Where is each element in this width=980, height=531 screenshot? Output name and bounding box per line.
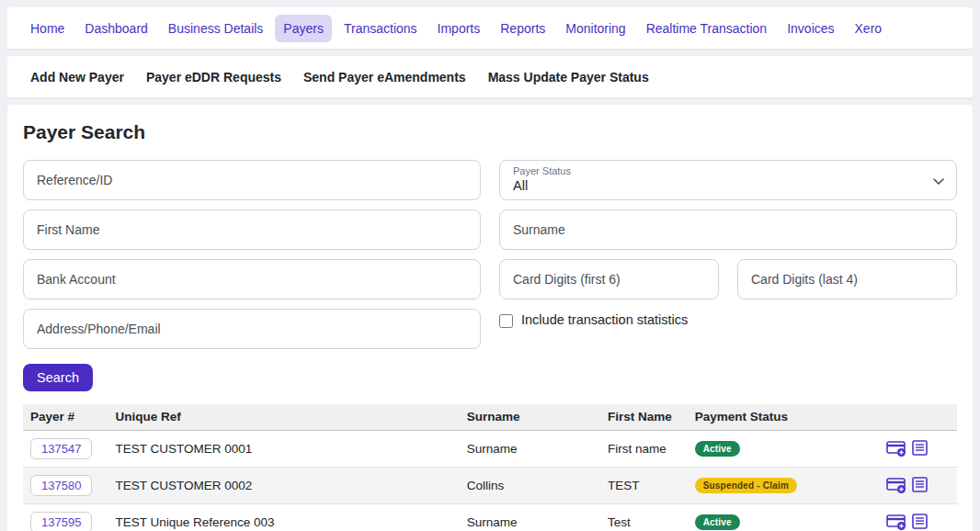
nav-item-monitoring[interactable]: Monitoring <box>557 15 633 42</box>
reference-id-input[interactable] <box>23 160 481 200</box>
payer-actions-navigation: Add New Payer Payer eDDR Requests Send P… <box>7 56 973 97</box>
unique-ref-cell: TEST Unique Reference 003 <box>108 503 459 531</box>
card-digits-group <box>499 259 957 299</box>
table-header-row: Payer # Unique Ref Surname First Name Pa… <box>23 404 957 430</box>
include-statistics-option[interactable]: Include transaction statistics <box>499 309 957 349</box>
payer-search-card: Payer Search Payer Status All Include tr… <box>7 105 973 531</box>
credit-card-add-icon[interactable] <box>886 476 906 494</box>
surname-input[interactable] <box>499 209 957 250</box>
column-header-unique-ref: Unique Ref <box>108 404 459 430</box>
details-list-icon[interactable] <box>911 513 929 531</box>
action-send-payer-eamendments[interactable]: Send Payer eAmendments <box>295 63 474 91</box>
action-mass-update-payer-status[interactable]: Mass Update Payer Status <box>480 63 657 91</box>
nav-item-xero[interactable]: Xero <box>847 15 891 42</box>
nav-item-home[interactable]: Home <box>22 15 73 42</box>
nav-item-transactions[interactable]: Transactions <box>336 15 426 42</box>
status-badge: Suspended - Claim <box>695 478 797 493</box>
surname-cell: Surname <box>460 430 600 467</box>
payer-number-button[interactable]: 137580 <box>30 475 92 496</box>
nav-item-imports[interactable]: Imports <box>429 15 489 42</box>
payer-status-value: All <box>513 178 528 193</box>
column-header-actions <box>879 404 957 430</box>
details-list-icon[interactable] <box>911 476 929 494</box>
nav-item-reports[interactable]: Reports <box>492 15 553 42</box>
first-name-input[interactable] <box>23 209 481 250</box>
first-name-cell: TEST <box>600 467 688 503</box>
bank-account-input[interactable] <box>23 259 481 299</box>
column-header-surname: Surname <box>460 404 600 430</box>
page-title: Payer Search <box>23 121 957 143</box>
action-payer-eddr-requests[interactable]: Payer eDDR Requests <box>138 63 290 91</box>
column-header-payment-status: Payment Status <box>688 404 879 430</box>
nav-item-dashboard[interactable]: Dashboard <box>76 15 156 42</box>
credit-card-add-icon[interactable] <box>886 439 906 458</box>
action-add-new-payer[interactable]: Add New Payer <box>22 63 132 91</box>
column-header-first-name: First Name <box>600 404 688 430</box>
payer-search-form: Payer Status All Include transaction sta… <box>23 160 957 349</box>
status-badge: Active <box>695 441 740 457</box>
status-badge: Active <box>695 514 740 530</box>
first-name-cell: Test <box>600 503 688 531</box>
include-statistics-label: Include transaction statistics <box>521 312 688 327</box>
payer-number-button[interactable]: 137595 <box>30 512 92 531</box>
top-navigation: Home Dashboard Business Details Payers T… <box>7 7 973 49</box>
credit-card-add-icon[interactable] <box>886 513 906 531</box>
unique-ref-cell: TEST CUSTOMER 0001 <box>108 430 459 467</box>
payer-status-select[interactable]: Payer Status All <box>499 160 957 200</box>
column-header-payer-number: Payer # <box>23 404 108 430</box>
surname-cell: Surname <box>460 503 600 531</box>
payer-results-table: Payer # Unique Ref Surname First Name Pa… <box>23 404 957 531</box>
nav-item-invoices[interactable]: Invoices <box>779 15 842 42</box>
payer-status-label: Payer Status <box>513 165 943 177</box>
table-row: 137595 TEST Unique Reference 003 Surname… <box>23 503 957 531</box>
chevron-down-icon <box>932 175 945 191</box>
nav-item-business-details[interactable]: Business Details <box>160 15 272 42</box>
unique-ref-cell: TEST CUSTOMER 0002 <box>108 467 459 503</box>
card-digits-last4-input[interactable] <box>737 259 957 299</box>
search-button[interactable]: Search <box>23 364 93 391</box>
nav-item-payers[interactable]: Payers <box>275 15 332 42</box>
payer-number-button[interactable]: 137547 <box>30 438 92 459</box>
details-list-icon[interactable] <box>911 439 929 458</box>
surname-cell: Collins <box>460 467 600 503</box>
address-phone-email-input[interactable] <box>23 309 481 349</box>
table-row: 137580 TEST CUSTOMER 0002 Collins TEST S… <box>23 467 957 503</box>
card-digits-first6-input[interactable] <box>499 259 719 299</box>
first-name-cell: First name <box>600 430 688 467</box>
table-row: 137547 TEST CUSTOMER 0001 Surname First … <box>23 430 957 467</box>
include-statistics-checkbox[interactable] <box>499 314 513 328</box>
nav-item-realtime-transaction[interactable]: Realtime Transaction <box>638 15 776 42</box>
